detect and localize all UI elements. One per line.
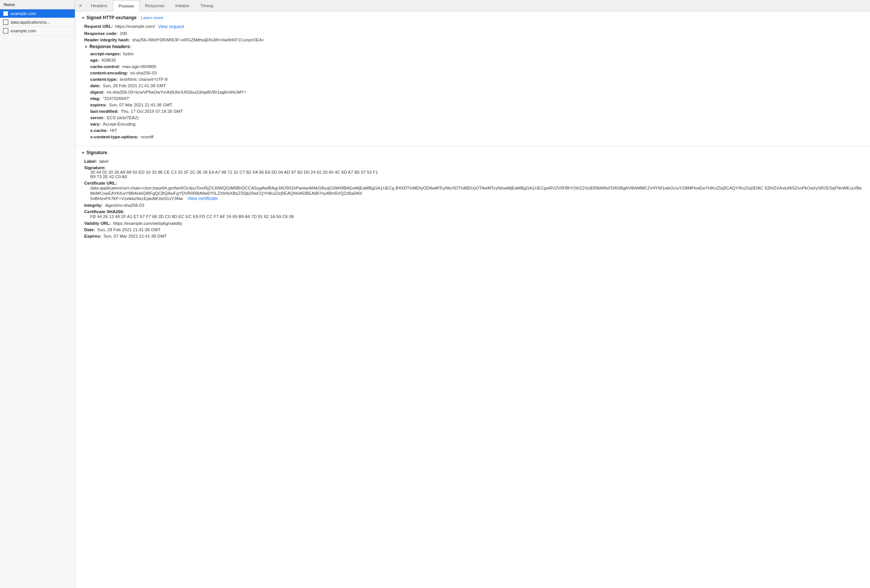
response-code-value: 200 [120, 31, 127, 36]
cert-url-label: Certificate URL: [84, 181, 117, 185]
header-row: accept-ranges:bytes [87, 52, 864, 56]
cert-sha256-value: FB 44 26 13 48 2F A1 E7 67 F7 68 2D C0 8… [90, 214, 294, 219]
response-code-row: Response code: 200 [81, 31, 864, 36]
signature-header[interactable]: ▼ Signature [81, 150, 864, 155]
header-value: HIT [110, 128, 117, 133]
sidebar-item-example-com[interactable]: example.com [0, 9, 75, 18]
header-row: etag:"3147526947" [87, 96, 864, 101]
validity-url-value: https://example.com/webpkg/validity [113, 221, 182, 226]
main-panel: × Headers Preview Response Initiator Tim… [75, 0, 870, 588]
header-integrity-value: sha256-/IWdYDKW663F+eRGZMdhwjEhIJW+Hw6hK… [132, 38, 264, 42]
header-name: etag: [90, 96, 100, 101]
signed-http-exchange-header[interactable]: ▼ Signed HTTP exchange Learn more [81, 15, 864, 20]
expires-value: Sun, 07 Mar 2021 21:41:38 GMT [103, 234, 167, 238]
header-name: vary: [90, 122, 101, 126]
header-name: content-type: [90, 77, 118, 82]
learn-more-link[interactable]: Learn more [141, 15, 163, 20]
signature-field-label: Signature: [84, 165, 106, 170]
header-value: Thu, 17 Oct 2019 07:18:26 GMT [121, 109, 183, 114]
request-url-label: Request URL: [84, 24, 113, 29]
sidebar-item-label: example.com [11, 29, 36, 33]
tab-bar: × Headers Preview Response Initiator Tim… [75, 0, 870, 11]
section-title: Signed HTTP exchange [86, 15, 136, 20]
header-row: age:428635 [87, 58, 864, 62]
header-name: server: [90, 115, 105, 120]
sidebar-item-example-com-2[interactable]: example.com [0, 27, 75, 35]
sidebar-item-label: data:application/ce... [11, 20, 50, 24]
tab-initiator[interactable]: Initiator [170, 0, 195, 11]
view-certificate-link[interactable]: View certificate [187, 196, 217, 201]
label-field-value: label [99, 159, 108, 164]
cert-url-last-line: 5nBHzvFK7KF+VzxtkbzNzcEpkdW1teS1vY3Nw Vi… [90, 196, 864, 201]
signature-line1: 30 44 02 20 26 A9 89 92 ED 10 33 98 CE C… [90, 170, 378, 174]
file-icon [3, 11, 8, 16]
signature-section: ▼ Signature Label: label Signature: 30 4… [75, 146, 870, 244]
request-url-row: Request URL: https://example.com/ View r… [81, 24, 864, 29]
date-value: Sun, 28 Feb 2021 21:41:38 GMT [97, 227, 161, 232]
view-request-link[interactable]: View request [158, 24, 184, 29]
header-name: x-content-type-options: [90, 135, 138, 139]
sidebar: Name example.com data:application/ce... … [0, 0, 75, 588]
expires-row: Expires: Sun, 07 Mar 2021 21:41:38 GMT [81, 234, 864, 238]
header-integrity-row: Header integrity hash: sha256-/IWdYDKW66… [81, 38, 864, 42]
validity-url-row: Validity URL: https://example.com/webpkg… [81, 221, 864, 226]
header-integrity-label: Header integrity hash: [84, 38, 130, 42]
expires-label: Expires: [84, 234, 101, 238]
content-area: ▼ Signed HTTP exchange Learn more Reques… [75, 11, 870, 588]
header-row: x-content-type-options:nosniff [87, 135, 864, 139]
header-name: expires: [90, 103, 107, 107]
header-name: accept-ranges: [90, 52, 121, 56]
header-value: nosniff [141, 135, 153, 139]
signed-http-exchange-section: ▼ Signed HTTP exchange Learn more Reques… [75, 11, 870, 146]
header-value: "3147526947" [103, 96, 130, 101]
header-value: ECS (dcb/7EA2) [107, 115, 138, 120]
header-row: last-modified:Thu, 17 Oct 2019 07:18:26 … [87, 109, 864, 114]
sidebar-header: Name [0, 0, 75, 9]
header-row: content-type:text/html; charset=UTF-8 [87, 77, 864, 82]
response-headers-subsection: ▼ Response headers: accept-ranges:bytesa… [81, 44, 864, 139]
cert-url-value-line4: 5nBHzvFK7KF+VzxtkbzNzcEpkdW1teS1vY3Nw [90, 196, 183, 201]
cert-url-value-line1: data:application/cert-chain+cbor;base64,… [90, 186, 394, 190]
header-rows: accept-ranges:bytesage:428635cache-contr… [81, 52, 864, 139]
header-name: age: [90, 58, 99, 62]
signature-line2: B9 73 2E 42 C0 A0 [90, 174, 378, 179]
integrity-value: digest/mi-sha256-03 [105, 203, 144, 208]
file-icon [3, 20, 8, 25]
header-row: content-encoding:mi-sha256-03 [87, 71, 864, 75]
header-value: Sun, 28 Feb 2021 21:41:38 GMT [103, 83, 166, 88]
file-icon [3, 28, 8, 33]
cert-sha256-value-container: FB 44 26 13 48 2F A1 E7 67 F7 68 2D C0 8… [84, 214, 294, 219]
cert-url-row: Certificate URL: data:application/cert-c… [81, 181, 864, 201]
header-name: digest: [90, 90, 105, 94]
cert-sha256-row: Certificate SHA256: FB 44 26 13 48 2F A1… [81, 209, 864, 219]
date-row: Date: Sun, 28 Feb 2021 21:41:38 GMT [81, 227, 864, 232]
integrity-row: Integrity: digest/mi-sha256-03 [81, 203, 864, 208]
header-name: content-encoding: [90, 71, 128, 75]
collapse-triangle-icon: ▼ [81, 16, 85, 20]
sidebar-item-label: example.com [11, 11, 36, 16]
response-headers-header[interactable]: ▼ Response headers: [81, 44, 864, 49]
tab-response[interactable]: Response [139, 0, 170, 11]
cert-url-value-line2: B4XDTIxMDIyODAwMTcyNloXDTIxMDUyOTAwMTcyN… [396, 186, 763, 190]
signature-title: Signature [86, 150, 107, 155]
collapse-triangle-icon: ▼ [84, 45, 88, 49]
header-value: bytes [123, 52, 134, 56]
close-tab-button[interactable]: × [77, 2, 84, 9]
tab-timing[interactable]: Timing [195, 0, 219, 11]
header-row: x-cache:HIT [87, 128, 864, 133]
sidebar-item-data-application[interactable]: data:application/ce... [0, 18, 75, 27]
header-row: expires:Sun, 07 Mar 2021 21:41:38 GMT [87, 103, 864, 107]
signature-label-row: Label: label [81, 159, 864, 164]
header-name: x-cache: [90, 128, 108, 133]
signature-value-container: 30 44 02 20 26 A9 89 92 ED 10 33 98 CE C… [84, 170, 378, 179]
response-headers-label: Response headers: [89, 44, 131, 49]
tab-preview[interactable]: Preview [113, 0, 139, 11]
label-field-label: Label: [84, 159, 97, 164]
tab-headers[interactable]: Headers [86, 0, 113, 11]
header-value: Sun, 07 Mar 2021 21:41:38 GMT [109, 103, 172, 107]
header-value: mi-sha256-03=kcwVP6aOwYmA/j9JbUU0GbuiZdn… [107, 90, 247, 94]
date-label: Date: [84, 227, 95, 232]
header-name: date: [90, 83, 100, 88]
request-url-value: https://example.com/ [115, 24, 155, 29]
header-value: Accept-Encoding [103, 122, 136, 126]
